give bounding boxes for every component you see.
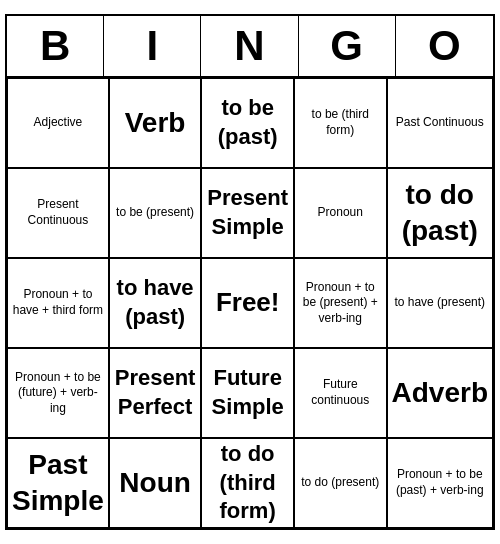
cell-r4-c1: Noun [109, 438, 202, 528]
cell-r0-c0: Adjective [7, 78, 109, 168]
cell-r3-c0: Pronoun + to be (future) + verb-ing [7, 348, 109, 438]
cell-r3-c2: Future Simple [201, 348, 294, 438]
bingo-card: BINGO AdjectiveVerbto be (past)to be (th… [5, 14, 495, 530]
cell-r1-c1: to be (present) [109, 168, 202, 258]
cell-r2-c0: Pronoun + to have + third form [7, 258, 109, 348]
cell-r2-c4: to have (present) [387, 258, 493, 348]
cell-r4-c3: to do (present) [294, 438, 387, 528]
cell-r1-c0: Present Continuous [7, 168, 109, 258]
cell-r0-c4: Past Continuous [387, 78, 493, 168]
cell-r3-c4: Adverb [387, 348, 493, 438]
cell-r2-c3: Pronoun + to be (present) + verb-ing [294, 258, 387, 348]
cell-r4-c2: to do (third form) [201, 438, 294, 528]
cell-r3-c3: Future continuous [294, 348, 387, 438]
header-letter: G [299, 16, 396, 76]
cell-r3-c1: Present Perfect [109, 348, 202, 438]
cell-r2-c1: to have (past) [109, 258, 202, 348]
cell-r2-c2: Free! [201, 258, 294, 348]
header-letter: N [201, 16, 298, 76]
cell-r1-c2: Present Simple [201, 168, 294, 258]
cell-r1-c3: Pronoun [294, 168, 387, 258]
cell-r4-c4: Pronoun + to be (past) + verb-ing [387, 438, 493, 528]
cell-r0-c3: to be (third form) [294, 78, 387, 168]
header-letter: O [396, 16, 493, 76]
header-letter: I [104, 16, 201, 76]
cell-r0-c1: Verb [109, 78, 202, 168]
bingo-grid: AdjectiveVerbto be (past)to be (third fo… [7, 78, 493, 528]
cell-r1-c4: to do (past) [387, 168, 493, 258]
bingo-header: BINGO [7, 16, 493, 78]
cell-r0-c2: to be (past) [201, 78, 294, 168]
header-letter: B [7, 16, 104, 76]
cell-r4-c0: Past Simple [7, 438, 109, 528]
